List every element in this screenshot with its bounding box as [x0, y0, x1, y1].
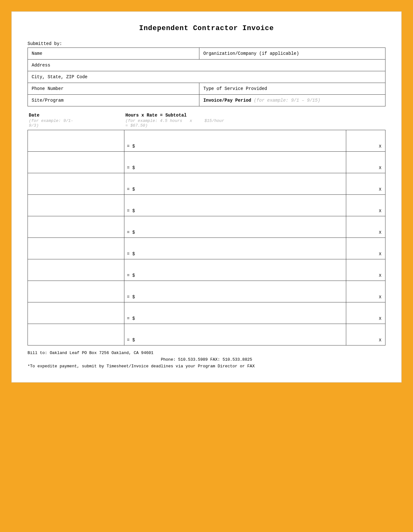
org-cell: Organization/Company (if applicable) [199, 48, 385, 60]
data-table: = $ X = $ X = $ [28, 130, 385, 345]
equals-dollar-10: = $ [127, 338, 343, 343]
date-cell-2 [28, 152, 124, 173]
table-row: = $ X [28, 195, 385, 216]
bill-to-line: Bill to: Oakland Leaf PO Box 7256 Oaklan… [28, 350, 385, 357]
city-cell: City, State, ZIP Code [28, 71, 385, 83]
x-cell-8: X [346, 281, 385, 302]
equals-dollar-7: = $ [127, 273, 343, 278]
address-cell: Address [28, 60, 385, 71]
name-cell: Name [28, 48, 199, 60]
x-mark-8: X [349, 295, 383, 300]
x-cell-6: X [346, 238, 385, 259]
info-table: Name Organization/Company (if applicable… [28, 48, 385, 106]
address-row: Address [28, 60, 385, 71]
phone-service-row: Phone Number Type of Service Provided [28, 83, 385, 95]
x-mark-5: X [349, 230, 383, 235]
site-cell: Site/Program [28, 95, 199, 106]
hours-header: Hours x Rate = Subtotal [124, 113, 385, 118]
date-cell-9 [28, 302, 124, 324]
date-cell-3 [28, 173, 124, 195]
city-row: City, State, ZIP Code [28, 71, 385, 83]
table-row: = $ X [28, 173, 385, 195]
x-mark-2: X [349, 166, 383, 170]
site-label: Site/Program [32, 98, 64, 103]
calc-cell-6: = $ [124, 238, 346, 259]
hours-header-label: Hours x Rate = Subtotal [125, 113, 186, 118]
name-label: Name [32, 51, 42, 56]
calc-cell-4: = $ [124, 195, 346, 216]
expedite-line: *To expedite payment, submit by Timeshee… [28, 363, 385, 370]
x-cell-10: X [346, 324, 385, 345]
phone-cell: Phone Number [28, 83, 199, 95]
example-row: (for example: 9/1-9/3) (for example: 4.5… [28, 118, 385, 128]
column-headers: Date Hours x Rate = Subtotal [28, 113, 385, 118]
invoice-placeholder: (for example: 9/1 – 9/15) [254, 98, 320, 103]
table-row: = $ X [28, 238, 385, 259]
date-cell-7 [28, 259, 124, 281]
table-row: = $ X [28, 324, 385, 345]
table-row: = $ X [28, 130, 385, 152]
x-mark-3: X [349, 187, 383, 192]
date-cell-1 [28, 130, 124, 152]
calc-cell-2: = $ [124, 152, 346, 173]
x-cell-4: X [346, 195, 385, 216]
equals-dollar-2: = $ [127, 165, 343, 170]
phone-line: Phone: 510.533.5989 FAX: 510.533.8825 [28, 357, 385, 363]
phone-label: Phone Number [32, 86, 64, 91]
submitted-by-label: Submitted by: [28, 41, 385, 46]
date-cell-5 [28, 216, 124, 238]
x-cell-7: X [346, 259, 385, 281]
date-cell-6 [28, 238, 124, 259]
x-cell-3: X [346, 173, 385, 195]
x-cell-5: X [346, 216, 385, 238]
example-hours: (for example: 4.5 hours x $15/hour= $67.… [124, 118, 385, 128]
invoice-cell: Invoice/Pay Period (for example: 9/1 – 9… [199, 95, 385, 106]
x-cell-9: X [346, 302, 385, 324]
calc-cell-7: = $ [124, 259, 346, 281]
footer: Bill to: Oakland Leaf PO Box 7256 Oaklan… [28, 350, 385, 370]
calc-cell-10: = $ [124, 324, 346, 345]
site-invoice-row: Site/Program Invoice/Pay Period (for exa… [28, 95, 385, 106]
date-cell-4 [28, 195, 124, 216]
equals-dollar-4: = $ [127, 208, 343, 213]
table-row: = $ X [28, 152, 385, 173]
city-label: City, State, ZIP Code [32, 74, 87, 79]
x-mark-6: X [349, 252, 383, 256]
equals-dollar-1: = $ [127, 144, 343, 149]
x-mark-4: X [349, 209, 383, 213]
x-cell-1: X [346, 130, 385, 152]
invoice-label: Invoice/Pay Period [203, 98, 251, 103]
x-mark-1: X [349, 144, 383, 149]
calc-cell-1: = $ [124, 130, 346, 152]
table-row: = $ X [28, 281, 385, 302]
page-wrapper: Independent Contractor Invoice Submitted… [6, 6, 407, 526]
page-inner: Independent Contractor Invoice Submitted… [11, 11, 402, 383]
date-cell-8 [28, 281, 124, 302]
equals-dollar-6: = $ [127, 251, 343, 256]
equals-dollar-8: = $ [127, 294, 343, 300]
table-row: = $ X [28, 216, 385, 238]
example-date: (for example: 9/1-9/3) [28, 118, 124, 128]
service-cell: Type of Service Provided [199, 83, 385, 95]
calc-cell-9: = $ [124, 302, 346, 324]
equals-dollar-3: = $ [127, 187, 343, 192]
org-label: Organization/Company (if applicable) [203, 51, 299, 56]
equals-dollar-9: = $ [127, 316, 343, 321]
table-row: = $ X [28, 259, 385, 281]
x-mark-7: X [349, 273, 383, 278]
name-org-row: Name Organization/Company (if applicable… [28, 48, 385, 60]
table-row: = $ X [28, 302, 385, 324]
calc-cell-3: = $ [124, 173, 346, 195]
x-cell-2: X [346, 152, 385, 173]
service-label: Type of Service Provided [203, 86, 267, 91]
address-label: Address [32, 63, 50, 68]
page-title: Independent Contractor Invoice [28, 24, 385, 32]
equals-dollar-5: = $ [127, 230, 343, 235]
calc-cell-5: = $ [124, 216, 346, 238]
x-mark-10: X [349, 338, 383, 343]
date-cell-10 [28, 324, 124, 345]
date-header-label: Date [29, 113, 40, 118]
date-header: Date [28, 113, 124, 118]
calc-cell-8: = $ [124, 281, 346, 302]
x-mark-9: X [349, 316, 383, 321]
